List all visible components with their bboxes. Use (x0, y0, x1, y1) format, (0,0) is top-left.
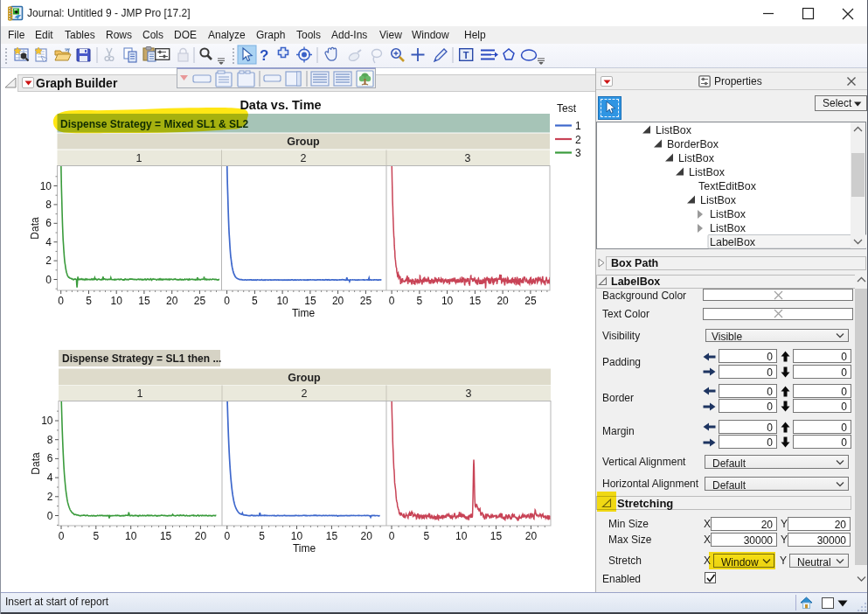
svg-text:BorderBox: BorderBox (667, 138, 719, 150)
svg-text:0: 0 (58, 295, 64, 307)
svg-text:Test: Test (557, 102, 577, 115)
svg-text:10: 10 (455, 530, 468, 542)
svg-text:15: 15 (469, 295, 482, 307)
svg-text:5: 5 (424, 530, 430, 542)
svg-text:20: 20 (361, 530, 373, 542)
svg-text:2: 2 (47, 491, 53, 503)
svg-text:ListBox: ListBox (678, 152, 715, 164)
svg-text:1: 1 (136, 152, 142, 164)
svg-text:Data vs. Time: Data vs. Time (240, 98, 321, 112)
svg-text:Group: Group (288, 372, 321, 384)
svg-text:ListBox: ListBox (710, 222, 746, 234)
svg-text:25: 25 (194, 295, 206, 307)
svg-text:4: 4 (47, 471, 53, 484)
svg-text:20: 20 (195, 530, 207, 542)
svg-text:15: 15 (490, 530, 503, 542)
svg-text:10: 10 (41, 415, 53, 427)
svg-text:Time: Time (292, 307, 316, 319)
svg-text:2: 2 (301, 152, 307, 164)
svg-text:Group: Group (287, 136, 320, 148)
svg-text:Time: Time (293, 542, 316, 555)
svg-text:15: 15 (326, 530, 338, 542)
svg-text:0: 0 (224, 295, 230, 307)
svg-text:3: 3 (575, 147, 581, 159)
svg-text:5: 5 (252, 295, 258, 307)
svg-text:0: 0 (45, 274, 52, 286)
svg-text:10: 10 (111, 295, 123, 307)
svg-text:15: 15 (304, 295, 316, 307)
svg-text:LabelBox: LabelBox (710, 236, 756, 248)
svg-text:6: 6 (47, 452, 53, 464)
svg-text:10: 10 (276, 295, 288, 307)
svg-text:ListBox: ListBox (656, 124, 692, 136)
svg-text:25: 25 (524, 295, 537, 307)
svg-text:15: 15 (138, 295, 150, 307)
svg-text:Data: Data (29, 217, 41, 240)
svg-text:5: 5 (86, 295, 92, 307)
svg-text:2: 2 (45, 255, 52, 267)
svg-text:20: 20 (166, 295, 178, 307)
svg-text:25: 25 (360, 295, 372, 307)
svg-text:4: 4 (45, 236, 52, 248)
svg-text:15: 15 (160, 530, 172, 542)
svg-text:2: 2 (302, 387, 308, 400)
svg-text:TextEditBox: TextEditBox (698, 180, 757, 192)
svg-text:10: 10 (441, 295, 454, 307)
svg-text:2: 2 (575, 134, 581, 146)
svg-text:6: 6 (45, 217, 52, 229)
svg-text:10: 10 (125, 530, 137, 542)
svg-text:Dispense Strategy = SL1 then .: Dispense Strategy = SL1 then ... (62, 352, 221, 365)
svg-text:8: 8 (47, 434, 53, 446)
svg-text:0: 0 (389, 530, 395, 542)
svg-text:1: 1 (575, 120, 581, 132)
svg-text:ListBox: ListBox (710, 208, 746, 220)
svg-text:5: 5 (93, 530, 99, 542)
svg-text:5: 5 (259, 530, 265, 542)
svg-text:ListBox: ListBox (700, 194, 737, 206)
svg-text:5: 5 (417, 295, 423, 307)
svg-text:0: 0 (224, 530, 230, 542)
svg-text:3: 3 (466, 387, 472, 400)
svg-text:Data: Data (30, 452, 42, 475)
svg-text:20: 20 (332, 295, 344, 307)
svg-text:ListBox: ListBox (689, 166, 726, 178)
svg-text:20: 20 (525, 530, 538, 542)
svg-text:1: 1 (137, 387, 143, 400)
svg-text:3: 3 (465, 152, 471, 164)
svg-text:8: 8 (45, 199, 52, 211)
svg-text:20: 20 (496, 295, 509, 307)
svg-text:10: 10 (40, 180, 52, 192)
svg-text:0: 0 (389, 295, 395, 307)
svg-text:0: 0 (47, 510, 53, 522)
svg-text:10: 10 (291, 530, 303, 542)
svg-text:0: 0 (59, 530, 65, 542)
